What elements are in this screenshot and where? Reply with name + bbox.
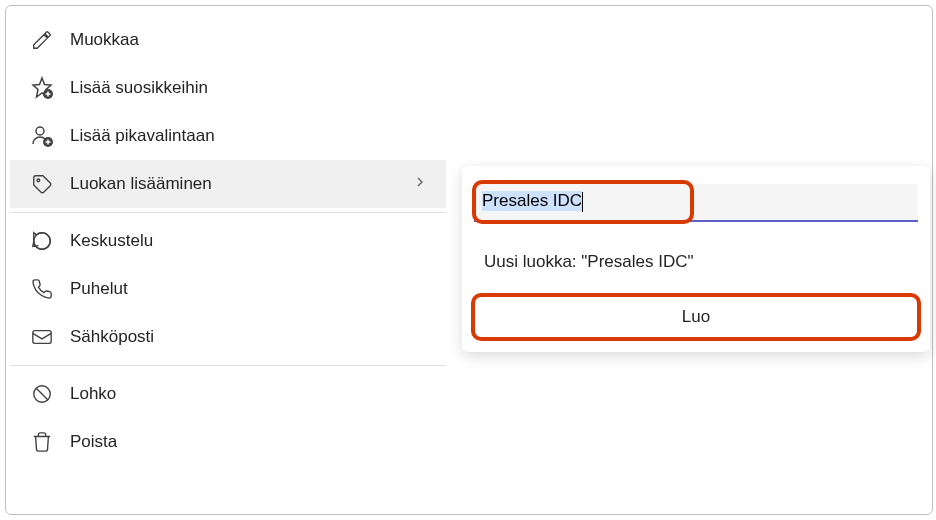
star-add-icon [28, 74, 56, 102]
person-add-icon [28, 122, 56, 150]
input-selection: Presales IDC [482, 191, 582, 211]
block-icon [28, 380, 56, 408]
menu-item-label: Sähköposti [70, 327, 428, 347]
create-button[interactable]: Luo [474, 296, 918, 338]
trash-icon [28, 428, 56, 456]
mail-icon [28, 323, 56, 351]
svg-rect-4 [33, 331, 51, 344]
phone-icon [28, 275, 56, 303]
menu-item-block[interactable]: Lohko [10, 370, 446, 418]
menu-item-label: Lisää pikavalintaan [70, 126, 428, 146]
menu-item-label: Lisää suosikkeihin [70, 78, 428, 98]
menu-item-label: Puhelut [70, 279, 428, 299]
menu-item-label: Keskustelu [70, 231, 428, 251]
menu-divider [10, 212, 446, 213]
chevron-right-icon [412, 174, 428, 195]
menu-divider [10, 365, 446, 366]
menu-item-calls[interactable]: Puhelut [10, 265, 446, 313]
menu-item-edit[interactable]: Muokkaa [10, 16, 446, 64]
menu-item-chat[interactable]: Keskustelu [10, 217, 446, 265]
menu-item-label: Muokkaa [70, 30, 428, 50]
menu-item-label: Luokan lisääminen [70, 174, 412, 194]
menu-item-favorites[interactable]: Lisää suosikkeihin [10, 64, 446, 112]
menu-item-speeddial[interactable]: Lisää pikavalintaan [10, 112, 446, 160]
menu-item-email[interactable]: Sähköposti [10, 313, 446, 361]
menu-item-label: Lohko [70, 384, 428, 404]
new-category-text: Uusi luokka: "Presales IDC" [472, 228, 920, 296]
menu-item-label: Poista [70, 432, 428, 452]
category-name-input[interactable]: Presales IDC [474, 184, 918, 222]
category-submenu: Presales IDC Uusi luokka: "Presales IDC"… [462, 166, 930, 352]
pencil-icon [28, 26, 56, 54]
context-menu: Muokkaa Lisää suosikkeihin [10, 10, 446, 472]
tag-icon [28, 170, 56, 198]
menu-item-category[interactable]: Luokan lisääminen [10, 160, 446, 208]
menu-item-delete[interactable]: Poista [10, 418, 446, 466]
svg-point-1 [36, 127, 44, 135]
svg-point-3 [37, 179, 40, 182]
chat-icon [28, 227, 56, 255]
